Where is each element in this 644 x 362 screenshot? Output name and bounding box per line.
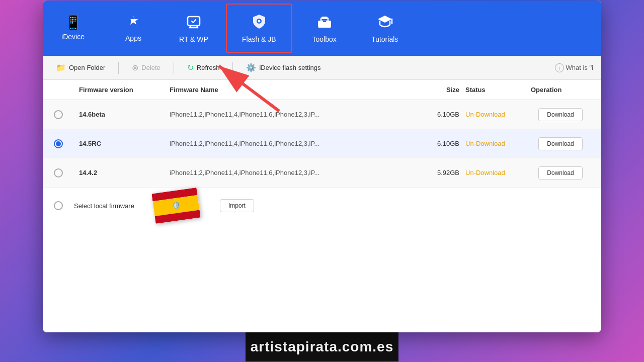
radio-3[interactable] bbox=[54, 168, 63, 177]
idevice-icon: 📱 bbox=[64, 16, 82, 30]
flash-settings-button[interactable]: ⚙️ iDevice flash settings bbox=[241, 61, 326, 74]
row-operation-2: Download bbox=[528, 135, 593, 152]
col-header-operation: Operation bbox=[528, 84, 593, 96]
row-firmware-name-1: iPhone11,2,iPhone11,4,iPhone11,6,iPhone1… bbox=[167, 109, 417, 120]
nav-idevice-label: iDevice bbox=[61, 33, 85, 41]
nav-tutorials[interactable]: Tutorials bbox=[355, 1, 415, 56]
download-button-3[interactable]: Download bbox=[538, 166, 582, 179]
table-row: 14.6beta iPhone11,2,iPhone11,4,iPhone11,… bbox=[43, 100, 601, 129]
table-header: Firmware version Firmware Name Size Stat… bbox=[43, 80, 601, 100]
separator-2 bbox=[174, 62, 174, 74]
nav-flashjb-label: Flash & JB bbox=[242, 35, 276, 43]
svg-rect-6 bbox=[323, 21, 326, 22]
nav-tutorials-label: Tutorials bbox=[371, 35, 398, 43]
rtwp-icon bbox=[186, 14, 202, 32]
app-window: 📱 iDevice Apps RT & WP bbox=[43, 1, 601, 332]
bottom-banner: artistapirata.com.es bbox=[246, 332, 399, 361]
info-icon: i bbox=[555, 63, 564, 72]
row-version-3: 14.4.2 bbox=[76, 167, 167, 178]
row-firmware-name-2: iPhone11,2,iPhone11,4,iPhone11,6,iPhone1… bbox=[167, 138, 417, 149]
delete-button[interactable]: ⊗ Delete bbox=[127, 61, 166, 74]
local-firmware-spacer bbox=[142, 204, 148, 208]
flashjb-icon bbox=[251, 14, 267, 32]
open-folder-button[interactable]: 📁 Open Folder bbox=[51, 61, 110, 74]
open-folder-label: Open Folder bbox=[69, 64, 105, 71]
row-select-3[interactable] bbox=[51, 166, 76, 179]
radio-local[interactable] bbox=[54, 201, 63, 210]
table-area: Firmware version Firmware Name Size Stat… bbox=[43, 80, 601, 332]
col-header-firmware-name: Firmware Name bbox=[167, 84, 417, 96]
svg-rect-0 bbox=[188, 17, 200, 26]
col-header-size: Size bbox=[417, 84, 462, 96]
delete-label: Delete bbox=[141, 64, 160, 71]
separator-3 bbox=[232, 62, 233, 74]
refresh-label: Refresh bbox=[197, 64, 220, 71]
col-header-select bbox=[51, 84, 76, 96]
nav-toolbox[interactable]: Toolbox bbox=[294, 1, 355, 56]
refresh-icon: ↻ bbox=[187, 63, 194, 72]
nav-rtwp-label: RT & WP bbox=[179, 35, 208, 43]
row-version-2: 14.5RC bbox=[76, 138, 167, 149]
refresh-button[interactable]: ↻ Refresh bbox=[182, 61, 225, 74]
top-nav: 📱 iDevice Apps RT & WP bbox=[43, 1, 601, 56]
radio-2[interactable] bbox=[54, 139, 63, 148]
row-operation-1: Download bbox=[528, 106, 593, 123]
what-is-label: What is "i bbox=[566, 64, 593, 71]
nav-idevice[interactable]: 📱 iDevice bbox=[43, 1, 103, 56]
nav-rtwp[interactable]: RT & WP bbox=[164, 1, 224, 56]
apps-icon bbox=[126, 15, 140, 31]
import-button[interactable]: Import bbox=[220, 199, 254, 212]
row-operation-3: Download bbox=[528, 164, 593, 182]
local-radio-cell[interactable] bbox=[51, 199, 66, 212]
settings-icon: ⚙️ bbox=[246, 63, 256, 72]
table-body: 14.6beta iPhone11,2,iPhone11,4,iPhone11,… bbox=[43, 100, 601, 332]
row-size-2: 6.10GB bbox=[417, 138, 462, 149]
banner-text: artistapirata.com.es bbox=[251, 339, 394, 355]
what-is-link[interactable]: i What is "i bbox=[555, 63, 593, 72]
nav-apps[interactable]: Apps bbox=[103, 1, 164, 56]
row-select-1[interactable] bbox=[51, 108, 76, 121]
row-status-3: Un-Download bbox=[462, 167, 528, 178]
separator-1 bbox=[118, 62, 119, 74]
download-button-2[interactable]: Download bbox=[538, 137, 582, 150]
nav-toolbox-label: Toolbox bbox=[312, 35, 337, 43]
row-status-2: Un-Download bbox=[462, 138, 528, 149]
download-button-1[interactable]: Download bbox=[538, 108, 582, 121]
spain-flag: 🛡️ bbox=[151, 188, 200, 224]
folder-icon: 📁 bbox=[56, 63, 66, 72]
table-row: 14.4.2 iPhone11,2,iPhone11,4,iPhone11,6,… bbox=[43, 158, 601, 188]
row-version-1: 14.6beta bbox=[76, 109, 167, 120]
nav-flashjb[interactable]: Flash & JB bbox=[226, 4, 292, 53]
tutorials-icon bbox=[377, 14, 393, 32]
toolbar: 📁 Open Folder ⊗ Delete ↻ Refresh ⚙️ iDev… bbox=[43, 56, 601, 80]
local-firmware-label: Select local firmware bbox=[71, 200, 137, 212]
row-firmware-name-3: iPhone11,2,iPhone11,4,iPhone11,6,iPhone1… bbox=[167, 167, 417, 178]
local-import-cell: Import bbox=[217, 197, 257, 214]
flash-settings-label: iDevice flash settings bbox=[259, 64, 320, 71]
delete-icon: ⊗ bbox=[132, 63, 138, 72]
toolbox-icon bbox=[316, 14, 333, 32]
row-size-1: 6.10GB bbox=[417, 109, 462, 120]
nav-apps-label: Apps bbox=[125, 34, 141, 42]
col-header-status: Status bbox=[462, 84, 528, 96]
radio-1[interactable] bbox=[54, 110, 63, 119]
local-firmware-row: Select local firmware 🛡️ bbox=[43, 188, 601, 224]
table-row: 14.5RC iPhone11,2,iPhone11,4,iPhone11,6,… bbox=[43, 129, 601, 158]
row-select-2[interactable] bbox=[51, 137, 76, 150]
row-status-1: Un-Download bbox=[462, 109, 528, 120]
svg-point-2 bbox=[258, 20, 260, 22]
col-header-version: Firmware version bbox=[76, 84, 167, 96]
row-size-3: 5.92GB bbox=[417, 167, 462, 178]
